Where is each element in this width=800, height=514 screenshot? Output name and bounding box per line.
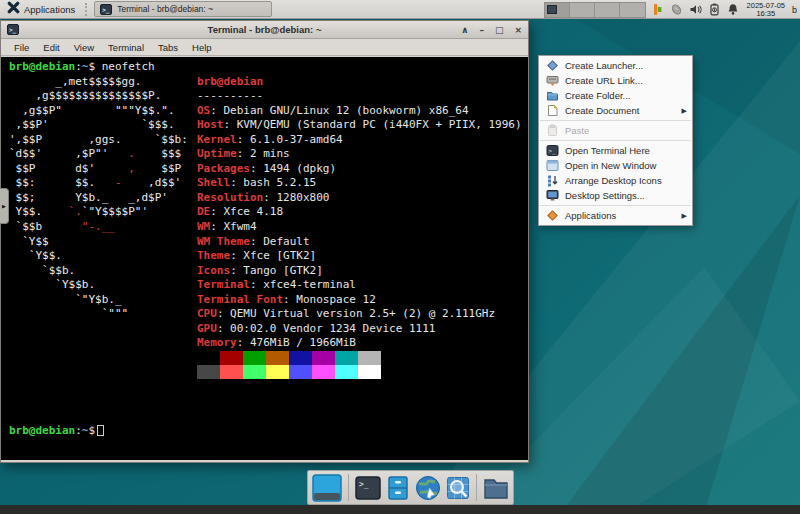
menubar-item-view[interactable]: View [67,42,101,53]
menu-item-open-terminal-here[interactable]: >_Open Terminal Here [539,143,692,158]
neofetch-info: Packages: 1494 (dpkg) [197,162,336,177]
shade-button[interactable]: ∧ [461,22,468,38]
clock-time: 16:35 [747,10,785,18]
panel-handle[interactable] [85,3,90,16]
terminal-launcher-icon[interactable]: >_ [355,476,381,500]
menu-item-desktop-settings[interactable]: Desktop Settings... [539,188,692,203]
menu-item-arrange-desktop-icons[interactable]: Arrange Desktop Icons [539,173,692,188]
neofetch-ascii-art: ',$$P ,ggs. `$$b: [9,133,188,148]
open-window-icon [546,159,559,172]
menu-item-applications[interactable]: Applications▶ [539,208,692,223]
show-desktop-icon[interactable] [312,474,342,502]
neofetch-ascii-art: `$$b "-.__ [9,220,115,235]
neofetch-line: `$$b "-.__WM: Xfwm4 [1,220,528,235]
menubar-item-edit[interactable]: Edit [36,42,66,53]
terminal-screen[interactable]: brb@debian:~$ neofetch _,met$$$$$gg.brb@… [1,57,528,460]
system-tray [651,3,740,16]
mouse-tray-icon[interactable] [670,3,683,16]
neofetch-ascii-art: Y$$. `.`"Y$$$$P"' [9,205,148,220]
palette-swatch [220,365,243,379]
applications-menu-button[interactable]: Applications [1,1,81,18]
chevron-right-icon: ▶ [2,203,6,209]
palette-swatch [243,351,266,365]
minimize-button[interactable]: – [479,22,484,38]
neofetch-line: $$; Y$b._ _,d$P'Resolution: 1280x800 [1,191,528,206]
workspace-cell-1[interactable] [545,3,570,17]
dock-panel: >_ [307,470,514,505]
folder-launcher-icon[interactable] [483,476,509,500]
clock[interactable]: 2025-07-05 16:35 [745,2,787,18]
xfce-logo-icon [7,0,20,18]
power-manager-icon[interactable] [651,3,664,16]
app-finder-icon[interactable] [446,476,470,500]
submenu-arrow-icon: ▶ [682,212,687,220]
terminal-icon: >_ [100,4,112,15]
neofetch-info: ---------- [197,89,263,104]
volume-icon[interactable] [689,3,702,16]
file-manager-icon[interactable] [386,476,410,500]
taskbar-window-button[interactable]: >_ Terminal - brb@debian: ~ [94,1,272,17]
menu-item-label: Desktop Settings... [565,190,645,201]
menu-item-label: Paste [565,125,589,136]
close-button[interactable]: × [514,22,522,38]
menu-item-paste: Paste [539,123,692,138]
neofetch-info: Memory: 476MiB / 1966MiB [197,336,356,351]
neofetch-ascii-art: ,$$P' `$$$. [9,118,175,133]
palette-swatch [312,351,335,365]
menubar-item-help[interactable]: Help [185,42,219,53]
neofetch-line: `"Y$b._Terminal Font: Monospace 12 [1,293,528,308]
desktop[interactable]: Applications >_ Terminal - brb@debian: ~… [0,0,800,514]
web-browser-icon[interactable] [415,475,441,501]
arrange-icons-icon [546,174,559,187]
neofetch-ascii-art: `"Y$b._ [9,293,122,308]
create-url-link-icon [546,74,559,87]
palette-swatch [220,351,243,365]
open-terminal-icon: >_ [546,144,559,157]
menu-item-label: Arrange Desktop Icons [565,175,662,186]
taskbar-window-label: Terminal - brb@debian: ~ [117,4,213,14]
prompt-text: brb@debian:~$ neofetch [9,60,155,75]
neofetch-info: Terminal Font: Monospace 12 [197,293,376,308]
palette-swatch [289,351,312,365]
menu-separator [540,120,691,121]
neofetch-info: Icons: Tango [GTK2] [197,264,323,279]
menu-item-label: Create Folder... [565,90,630,101]
neofetch-ascii-art: `d$$' ,$P"' . $$$ [9,147,181,162]
neofetch-info: DE: Xfce 4.18 [197,205,283,220]
neofetch-ascii-art: `Y$$. [9,249,62,264]
menu-item-create-document[interactable]: Create Document▶ [539,103,692,118]
palette-swatch [197,365,220,379]
neofetch-line: $$P d$' , $$PPackages: 1494 (dpkg) [1,162,528,177]
battery-icon[interactable] [708,3,721,16]
menu-item-open-in-new-window[interactable]: Open in New Window [539,158,692,173]
notifications-bell-icon[interactable] [727,3,740,16]
menu-item-label: Open in New Window [565,160,656,171]
menu-item-create-launcher[interactable]: Create Launcher... [539,58,692,73]
menu-item-create-folder[interactable]: Create Folder... [539,88,692,103]
workspace-cell-3[interactable] [595,3,620,17]
palette-row-1 [1,351,528,366]
window-titlebar[interactable]: >_ Terminal - brb@debian: ~ ∧–□× [1,21,528,39]
create-folder-icon [546,89,559,102]
palette-row-2 [1,365,528,380]
terminal-cursor [97,425,104,436]
menu-item-create-url-link[interactable]: Create URL Link... [539,73,692,88]
terminal-prompt-line: brb@debian:~$ neofetch [1,60,528,75]
palette-swatch [197,351,220,365]
neofetch-ascii-art: `Y$$b. [9,278,95,293]
palette-swatch [289,365,312,379]
menubar-item-tabs[interactable]: Tabs [151,42,185,53]
terminal-color-palette [197,351,381,365]
workspace-cell-4[interactable] [620,3,645,17]
workspace-cell-2[interactable] [570,3,595,17]
window-title: Terminal - brb@debian: ~ [1,24,528,35]
menubar-item-file[interactable]: File [7,42,36,53]
neofetch-line: ',$$P ,ggs. `$$b:Kernel: 6.1.0-37-amd64 [1,133,528,148]
maximize-button[interactable]: □ [495,22,504,38]
menu-separator [540,140,691,141]
panel-edge-label: b [792,5,798,15]
neofetch-line: `d$$' ,$P"' . $$$Uptime: 2 mins [1,147,528,162]
neofetch-ascii-art: `Y$$ [9,235,49,250]
panel-reveal-tab[interactable]: ▶ [0,188,9,224]
menubar-item-terminal[interactable]: Terminal [101,42,151,53]
